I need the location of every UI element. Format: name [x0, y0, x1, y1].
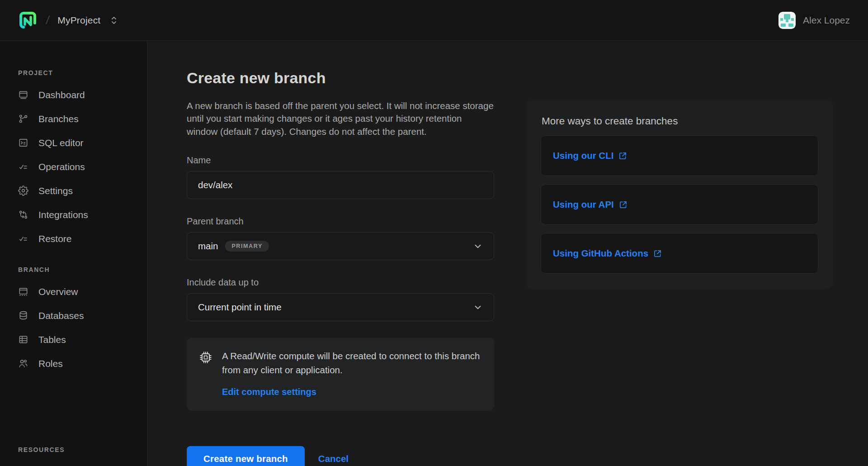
top-bar: / MyProject Alex Lopez	[0, 0, 868, 41]
breadcrumb-separator: /	[45, 13, 51, 27]
sidebar-item-overview[interactable]: Overview	[18, 280, 147, 304]
user-menu[interactable]: Alex Lopez	[778, 12, 850, 29]
sidebar-item-label: Integrations	[38, 209, 88, 220]
more-ways-title: More ways to create branches	[542, 115, 818, 127]
github-actions-card[interactable]: Using GitHub Actions	[541, 233, 818, 274]
chevron-down-icon	[473, 241, 483, 251]
parent-branch-value: main	[198, 241, 218, 252]
sidebar-item-label: Branches	[38, 114, 79, 124]
database-icon	[18, 310, 28, 321]
api-card[interactable]: Using our API	[541, 184, 818, 225]
operations-icon	[18, 162, 28, 172]
name-field-label: Name	[187, 155, 494, 166]
using-api-link[interactable]: Using our API	[553, 199, 628, 210]
branch-name-input[interactable]	[187, 171, 494, 199]
cancel-link[interactable]: Cancel	[314, 453, 353, 464]
sidebar-item-operations[interactable]: Operations	[18, 155, 147, 179]
sidebar-item-label: Restore	[38, 233, 72, 244]
user-name: Alex Lopez	[803, 15, 850, 26]
sidebar-item-label: Databases	[38, 310, 84, 321]
create-branch-form: Create new branch A new branch is based …	[187, 41, 494, 466]
sidebar-item-label: Settings	[38, 185, 73, 196]
sidebar-item-label: Tables	[38, 334, 66, 345]
using-cli-link[interactable]: Using our CLI	[553, 150, 627, 161]
sidebar: PROJECT Dashboard Branches SQL editor Op…	[0, 41, 147, 466]
edit-compute-settings-link[interactable]: Edit compute settings	[222, 387, 316, 397]
cpu-icon	[198, 350, 213, 398]
restore-icon	[18, 233, 28, 244]
chevron-down-icon	[473, 302, 483, 312]
sidebar-item-label: Operations	[38, 162, 85, 172]
users-icon	[18, 358, 28, 369]
sidebar-section-branch: BRANCH	[18, 266, 147, 273]
dashboard-icon	[18, 90, 28, 100]
sidebar-item-tables[interactable]: Tables	[18, 328, 147, 352]
sidebar-item-label: SQL editor	[38, 138, 84, 148]
sql-editor-icon	[18, 138, 28, 148]
sidebar-item-dashboard[interactable]: Dashboard	[18, 83, 147, 107]
form-actions: Create new branch Cancel	[187, 446, 494, 466]
gear-icon	[18, 185, 28, 196]
external-link-icon	[618, 200, 628, 209]
overview-icon	[18, 286, 28, 297]
compute-note-card: A Read/Write compute will be created to …	[187, 338, 494, 411]
sidebar-item-label: Overview	[38, 286, 78, 297]
using-cli-label: Using our CLI	[553, 150, 613, 161]
external-link-icon	[653, 249, 662, 258]
more-ways-panel: More ways to create branches Using our C…	[526, 100, 833, 289]
primary-badge: PRIMARY	[225, 241, 269, 252]
using-github-actions-link[interactable]: Using GitHub Actions	[553, 248, 662, 259]
external-link-icon	[618, 151, 627, 161]
page-description: A new branch is based off the parent you…	[187, 100, 494, 138]
sidebar-item-roles[interactable]: Roles	[18, 352, 147, 376]
branches-icon	[18, 114, 28, 124]
include-data-label: Include data up to	[187, 277, 494, 288]
create-new-branch-button[interactable]: Create new branch	[187, 446, 305, 466]
sidebar-item-settings[interactable]: Settings	[18, 179, 147, 203]
integrations-icon	[18, 209, 28, 220]
cli-card[interactable]: Using our CLI	[541, 135, 818, 176]
sidebar-item-integrations[interactable]: Integrations	[18, 203, 147, 227]
project-switcher-icon[interactable]	[109, 15, 118, 25]
compute-note-text: A Read/Write compute will be created to …	[222, 349, 481, 377]
include-data-value: Current point in time	[198, 302, 282, 313]
project-name[interactable]: MyProject	[57, 15, 100, 26]
sidebar-item-restore[interactable]: Restore	[18, 227, 147, 251]
breadcrumb: / MyProject	[18, 10, 118, 30]
main-content: Create new branch A new branch is based …	[148, 41, 868, 466]
using-api-label: Using our API	[553, 199, 614, 210]
using-github-actions-label: Using GitHub Actions	[553, 248, 648, 259]
parent-branch-select[interactable]: main PRIMARY	[187, 232, 494, 260]
sidebar-item-label: Roles	[38, 358, 63, 369]
avatar	[778, 12, 796, 29]
parent-branch-label: Parent branch	[187, 216, 494, 227]
sidebar-item-label: Dashboard	[38, 90, 85, 100]
sidebar-item-branches[interactable]: Branches	[18, 107, 147, 131]
include-data-select[interactable]: Current point in time	[187, 293, 494, 321]
neon-logo-icon[interactable]	[18, 10, 38, 30]
sidebar-section-resources: RESOURCES	[18, 446, 147, 453]
page-title: Create new branch	[187, 69, 494, 87]
sidebar-item-sql-editor[interactable]: SQL editor	[18, 131, 147, 155]
sidebar-section-project: PROJECT	[18, 69, 147, 76]
sidebar-item-databases[interactable]: Databases	[18, 304, 147, 328]
table-icon	[18, 334, 28, 345]
